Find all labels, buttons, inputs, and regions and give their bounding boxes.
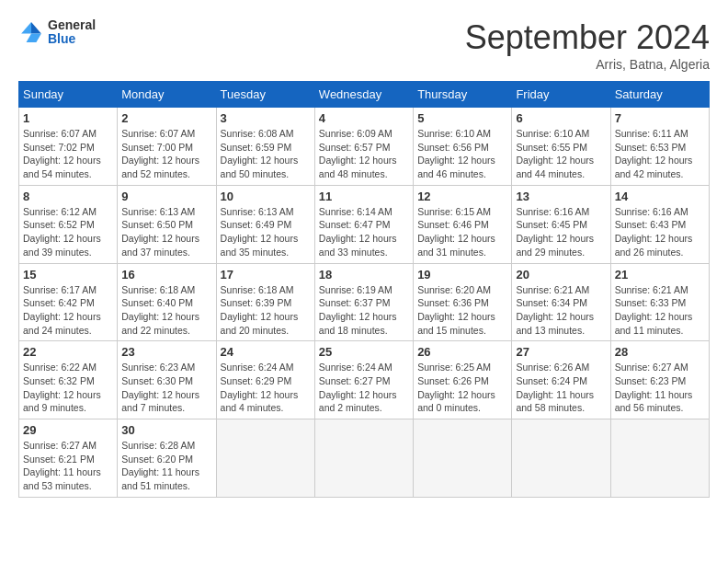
- calendar-cell: 16Sunrise: 6:18 AMSunset: 6:40 PMDayligh…: [118, 263, 216, 341]
- calendar-week-1: 1Sunrise: 6:07 AMSunset: 7:02 PMDaylight…: [19, 108, 710, 186]
- weekday-header-friday: Friday: [512, 82, 610, 108]
- day-info: Sunrise: 6:10 AMSunset: 6:56 PMDaylight:…: [417, 127, 507, 181]
- day-info: Sunrise: 6:08 AMSunset: 6:59 PMDaylight:…: [221, 127, 311, 181]
- day-info: Sunrise: 6:09 AMSunset: 6:57 PMDaylight:…: [319, 127, 409, 181]
- day-info: Sunrise: 6:24 AMSunset: 6:27 PMDaylight:…: [319, 361, 409, 415]
- logo: General Blue: [18, 18, 96, 47]
- location: Arris, Batna, Algeria: [465, 57, 710, 72]
- calendar-cell: 11Sunrise: 6:14 AMSunset: 6:47 PMDayligh…: [314, 185, 413, 263]
- calendar-cell: 29Sunrise: 6:27 AMSunset: 6:21 PMDayligh…: [19, 419, 118, 498]
- weekday-header-thursday: Thursday: [414, 82, 512, 108]
- day-info: Sunrise: 6:11 AMSunset: 6:53 PMDaylight:…: [615, 127, 705, 181]
- weekday-header-saturday: Saturday: [610, 82, 709, 108]
- day-info: Sunrise: 6:22 AMSunset: 6:32 PMDaylight:…: [23, 361, 113, 415]
- weekday-header-monday: Monday: [118, 82, 216, 108]
- day-number: 8: [23, 190, 113, 203]
- day-number: 27: [516, 345, 606, 359]
- day-number: 4: [319, 111, 409, 125]
- logo-text: General Blue: [48, 18, 96, 47]
- day-number: 13: [516, 190, 606, 203]
- day-number: 3: [221, 111, 311, 125]
- day-info: Sunrise: 6:15 AMSunset: 6:46 PMDaylight:…: [417, 205, 507, 259]
- day-number: 6: [516, 111, 606, 125]
- calendar-week-5: 29Sunrise: 6:27 AMSunset: 6:21 PMDayligh…: [19, 419, 710, 498]
- calendar-cell: 26Sunrise: 6:25 AMSunset: 6:26 PMDayligh…: [414, 341, 512, 419]
- calendar-cell: [610, 419, 709, 498]
- day-info: Sunrise: 6:16 AMSunset: 6:45 PMDaylight:…: [516, 205, 606, 259]
- day-info: Sunrise: 6:25 AMSunset: 6:26 PMDaylight:…: [417, 361, 507, 415]
- day-number: 22: [23, 345, 113, 359]
- weekday-header-tuesday: Tuesday: [216, 82, 314, 108]
- calendar-header: SundayMondayTuesdayWednesdayThursdayFrid…: [19, 82, 710, 108]
- day-number: 10: [221, 190, 311, 203]
- day-info: Sunrise: 6:21 AMSunset: 6:34 PMDaylight:…: [516, 283, 606, 338]
- day-info: Sunrise: 6:28 AMSunset: 6:20 PMDaylight:…: [121, 439, 211, 493]
- day-info: Sunrise: 6:18 AMSunset: 6:39 PMDaylight:…: [221, 283, 311, 338]
- header: General Blue September 2024 Arris, Batna…: [18, 18, 710, 72]
- day-number: 19: [417, 268, 507, 282]
- month-title: September 2024: [465, 18, 710, 57]
- day-number: 15: [23, 268, 113, 282]
- day-number: 28: [615, 345, 705, 359]
- calendar-cell: 23Sunrise: 6:23 AMSunset: 6:30 PMDayligh…: [118, 341, 216, 419]
- calendar-cell: 12Sunrise: 6:15 AMSunset: 6:46 PMDayligh…: [414, 185, 512, 263]
- calendar-table: SundayMondayTuesdayWednesdayThursdayFrid…: [18, 81, 710, 498]
- calendar-cell: 30Sunrise: 6:28 AMSunset: 6:20 PMDayligh…: [118, 419, 216, 498]
- day-info: Sunrise: 6:27 AMSunset: 6:23 PMDaylight:…: [615, 361, 705, 415]
- calendar-week-2: 8Sunrise: 6:12 AMSunset: 6:52 PMDaylight…: [19, 185, 710, 263]
- day-info: Sunrise: 6:26 AMSunset: 6:24 PMDaylight:…: [516, 361, 606, 415]
- day-info: Sunrise: 6:19 AMSunset: 6:37 PMDaylight:…: [319, 283, 409, 338]
- calendar-cell: 28Sunrise: 6:27 AMSunset: 6:23 PMDayligh…: [610, 341, 709, 419]
- day-info: Sunrise: 6:21 AMSunset: 6:33 PMDaylight:…: [615, 283, 705, 338]
- day-number: 20: [516, 268, 606, 282]
- day-info: Sunrise: 6:18 AMSunset: 6:40 PMDaylight:…: [121, 283, 211, 338]
- calendar-cell: 24Sunrise: 6:24 AMSunset: 6:29 PMDayligh…: [216, 341, 314, 419]
- day-info: Sunrise: 6:17 AMSunset: 6:42 PMDaylight:…: [23, 283, 113, 338]
- calendar-cell: 2Sunrise: 6:07 AMSunset: 7:00 PMDaylight…: [118, 108, 216, 186]
- day-number: 17: [221, 268, 311, 282]
- day-number: 11: [319, 190, 409, 203]
- day-info: Sunrise: 6:27 AMSunset: 6:21 PMDaylight:…: [23, 439, 113, 493]
- day-number: 9: [121, 190, 211, 203]
- day-info: Sunrise: 6:14 AMSunset: 6:47 PMDaylight:…: [319, 205, 409, 259]
- logo-icon: [18, 19, 44, 45]
- weekday-header-row: SundayMondayTuesdayWednesdayThursdayFrid…: [19, 82, 710, 108]
- calendar-cell: 5Sunrise: 6:10 AMSunset: 6:56 PMDaylight…: [414, 108, 512, 186]
- title-area: September 2024 Arris, Batna, Algeria: [465, 18, 710, 72]
- calendar-week-3: 15Sunrise: 6:17 AMSunset: 6:42 PMDayligh…: [19, 263, 710, 341]
- day-info: Sunrise: 6:24 AMSunset: 6:29 PMDaylight:…: [221, 361, 311, 415]
- calendar-cell: 17Sunrise: 6:18 AMSunset: 6:39 PMDayligh…: [216, 263, 314, 341]
- calendar-cell: 14Sunrise: 6:16 AMSunset: 6:43 PMDayligh…: [610, 185, 709, 263]
- calendar-cell: 6Sunrise: 6:10 AMSunset: 6:55 PMDaylight…: [512, 108, 610, 186]
- calendar-cell: 18Sunrise: 6:19 AMSunset: 6:37 PMDayligh…: [314, 263, 413, 341]
- day-number: 29: [23, 423, 113, 437]
- day-number: 12: [417, 190, 507, 203]
- weekday-header-sunday: Sunday: [19, 82, 118, 108]
- calendar-cell: 9Sunrise: 6:13 AMSunset: 6:50 PMDaylight…: [118, 185, 216, 263]
- day-info: Sunrise: 6:07 AMSunset: 7:00 PMDaylight:…: [121, 127, 211, 181]
- day-info: Sunrise: 6:13 AMSunset: 6:49 PMDaylight:…: [221, 205, 311, 259]
- calendar-cell: 15Sunrise: 6:17 AMSunset: 6:42 PMDayligh…: [19, 263, 118, 341]
- svg-marker-2: [21, 23, 31, 34]
- calendar-cell: 10Sunrise: 6:13 AMSunset: 6:49 PMDayligh…: [216, 185, 314, 263]
- day-number: 7: [615, 111, 705, 125]
- calendar-cell: 1Sunrise: 6:07 AMSunset: 7:02 PMDaylight…: [19, 108, 118, 186]
- calendar-cell: [314, 419, 413, 498]
- day-number: 23: [121, 345, 211, 359]
- logo-blue-text: Blue: [48, 32, 96, 46]
- day-number: 14: [615, 190, 705, 203]
- calendar-cell: 27Sunrise: 6:26 AMSunset: 6:24 PMDayligh…: [512, 341, 610, 419]
- calendar-cell: 25Sunrise: 6:24 AMSunset: 6:27 PMDayligh…: [314, 341, 413, 419]
- day-info: Sunrise: 6:07 AMSunset: 7:02 PMDaylight:…: [23, 127, 113, 181]
- calendar-cell: [512, 419, 610, 498]
- calendar-cell: 4Sunrise: 6:09 AMSunset: 6:57 PMDaylight…: [314, 108, 413, 186]
- calendar-cell: [216, 419, 314, 498]
- day-info: Sunrise: 6:13 AMSunset: 6:50 PMDaylight:…: [121, 205, 211, 259]
- calendar-cell: 21Sunrise: 6:21 AMSunset: 6:33 PMDayligh…: [610, 263, 709, 341]
- day-info: Sunrise: 6:12 AMSunset: 6:52 PMDaylight:…: [23, 205, 113, 259]
- day-number: 24: [221, 345, 311, 359]
- day-number: 25: [319, 345, 409, 359]
- day-info: Sunrise: 6:20 AMSunset: 6:36 PMDaylight:…: [417, 283, 507, 338]
- day-number: 18: [319, 268, 409, 282]
- calendar-cell: 19Sunrise: 6:20 AMSunset: 6:36 PMDayligh…: [414, 263, 512, 341]
